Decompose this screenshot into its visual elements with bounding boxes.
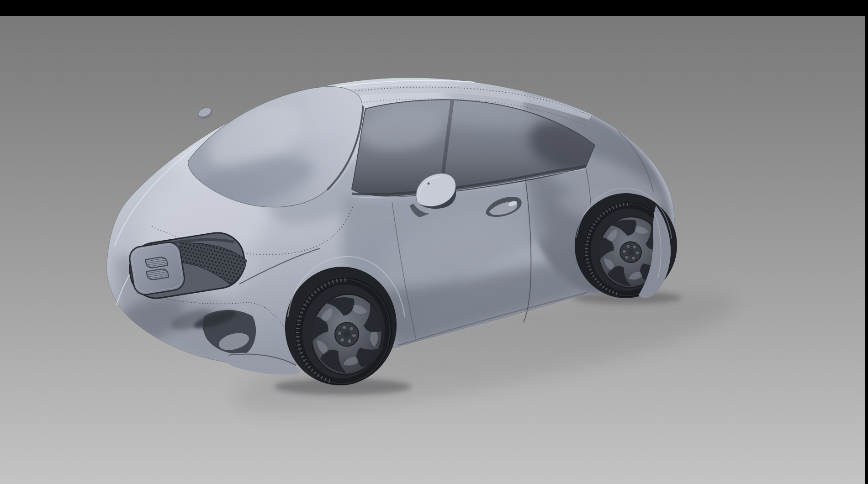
seat-badge: [128, 241, 186, 296]
letterbox-right-bar: [865, 0, 868, 484]
letterbox-top-bar: [0, 0, 868, 16]
viewport[interactable]: [0, 16, 865, 484]
antenna-nub: [197, 106, 214, 121]
scene-svg: [0, 0, 868, 484]
application-window: [0, 0, 868, 484]
